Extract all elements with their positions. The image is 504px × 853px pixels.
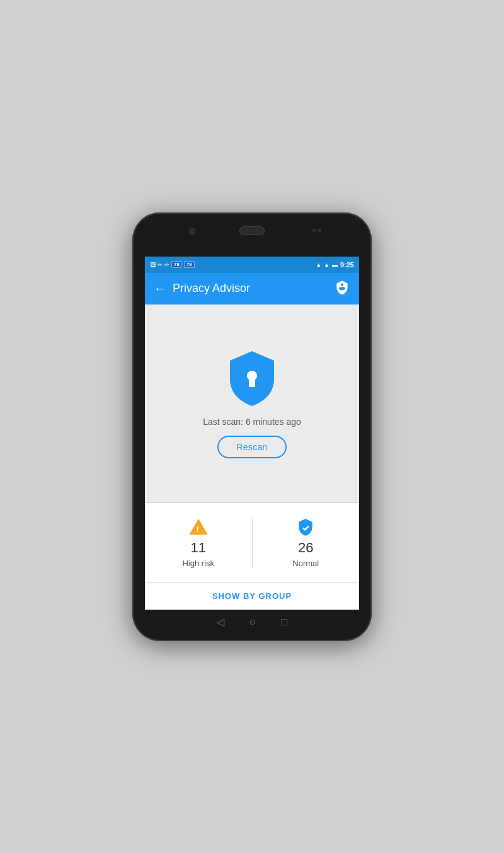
notification-icon-2: ✏ [158, 262, 163, 268]
recent-nav-button[interactable]: □ [282, 617, 288, 628]
svg-text:!: ! [196, 525, 198, 534]
phone-bottom-nav: ◁ ○ □ [132, 610, 372, 641]
notification-icon-1: 🖼 [150, 262, 156, 268]
normal-count: 26 [298, 540, 313, 556]
sensor-dot-2 [318, 229, 321, 232]
sensor-dot-1 [312, 229, 316, 232]
show-by-group-button[interactable]: SHOW BY GROUP [145, 582, 359, 610]
high-risk-label: High risk [182, 559, 214, 568]
phone-top-hardware [132, 212, 372, 257]
svg-point-0 [247, 371, 257, 381]
badge-1: 78 [171, 261, 182, 268]
shield-lock-icon [224, 348, 280, 408]
recent-nav-icon: □ [282, 617, 288, 628]
status-bar: 🖼 ✏ ✏ 78 78 ▲ ▲ ▬ 9:25 [145, 257, 359, 273]
notification-icon-3: ✏ [164, 262, 169, 268]
normal-stat: 26 Normal [253, 512, 360, 573]
front-camera [189, 228, 195, 235]
rescan-button[interactable]: Rescan [217, 436, 286, 458]
status-time: 9:25 [340, 261, 354, 269]
shield-check-icon [295, 517, 316, 537]
sensors [312, 229, 321, 232]
battery-icon: ▬ [332, 262, 338, 268]
home-nav-button[interactable]: ○ [249, 615, 256, 629]
normal-label: Normal [292, 559, 319, 568]
home-nav-icon: ○ [249, 615, 256, 629]
main-content: Last scan: 6 minutes ago Rescan ! 11 Hig… [145, 305, 359, 610]
svg-rect-1 [249, 380, 255, 387]
last-scan-text: Last scan: 6 minutes ago [203, 417, 301, 427]
wifi-signal-icon: ▲ [316, 262, 321, 268]
phone-screen: 🖼 ✏ ✏ 78 78 ▲ ▲ ▬ 9:25 ← Privacy Advisor [145, 257, 359, 610]
high-risk-count: 11 [191, 540, 206, 556]
stats-section: ! 11 High risk 26 Normal [145, 503, 359, 582]
phone-device: 🖼 ✏ ✏ 78 78 ▲ ▲ ▬ 9:25 ← Privacy Advisor [132, 212, 372, 641]
settings-button[interactable] [334, 279, 350, 298]
speaker-grille [239, 226, 265, 235]
warning-triangle-icon: ! [188, 517, 209, 537]
back-nav-button[interactable]: ◁ [217, 616, 224, 628]
app-bar-title: Privacy Advisor [173, 282, 250, 295]
back-button[interactable]: ← [154, 281, 166, 296]
status-bar-right: ▲ ▲ ▬ 9:25 [316, 261, 354, 269]
badge-2: 78 [184, 261, 195, 268]
app-bar-left: ← Privacy Advisor [154, 281, 250, 296]
shield-icon-wrap [224, 348, 280, 408]
scan-section: Last scan: 6 minutes ago Rescan [145, 305, 359, 502]
app-bar: ← Privacy Advisor [145, 273, 359, 305]
signal-strength-icon: ▲ [324, 262, 329, 268]
shield-settings-icon [334, 279, 350, 296]
back-nav-icon: ◁ [217, 616, 224, 628]
status-bar-left: 🖼 ✏ ✏ 78 78 [150, 261, 195, 268]
show-by-group-label: SHOW BY GROUP [212, 591, 292, 601]
high-risk-stat: ! 11 High risk [145, 512, 252, 573]
